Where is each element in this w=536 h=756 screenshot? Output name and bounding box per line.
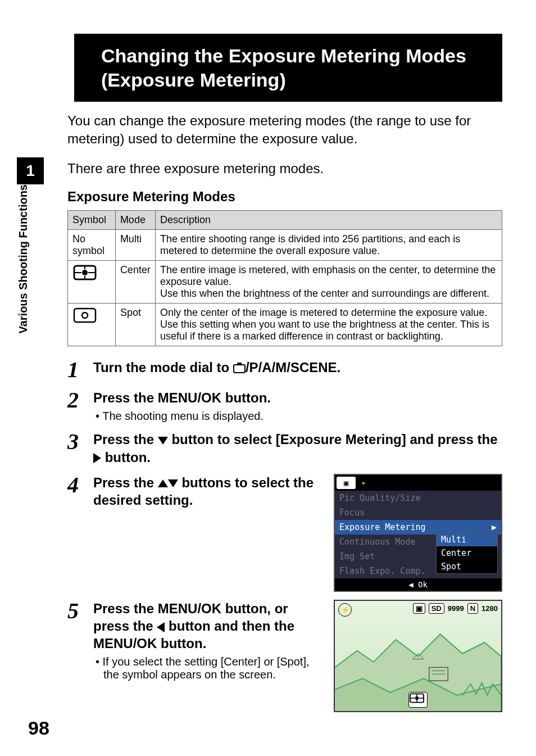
camera-icon	[233, 364, 246, 373]
th-mode: Mode	[115, 211, 155, 230]
step-3: 3 Press the button to select [Exposure M…	[67, 431, 502, 465]
text: /P/A/M/SCENE.	[246, 360, 340, 375]
step-number: 2	[67, 389, 93, 411]
option: Center	[437, 546, 497, 560]
cell-description: The entire image is metered, with emphas…	[155, 261, 502, 304]
cell-symbol	[68, 261, 116, 304]
step-number: 5	[67, 600, 93, 622]
step-1: 1 Turn the mode dial to /P/A/M/SCENE.	[67, 359, 502, 381]
section-number: 1	[17, 157, 44, 184]
camera-tab-icon: ▣	[337, 477, 356, 489]
intro-paragraph-2: There are three exposure metering modes.	[67, 160, 502, 178]
svg-point-14	[415, 696, 419, 700]
menu-footer: ◀ Ok	[335, 578, 501, 591]
page-number: 98	[28, 717, 49, 739]
preview-screenshot: ⚡ ▣ SD 9999 N 1280	[334, 600, 502, 712]
text: button.	[101, 450, 151, 465]
left-triangle-icon	[157, 622, 165, 632]
step-title: Press the MENU/OK button.	[93, 389, 502, 406]
right-triangle-icon	[93, 453, 101, 463]
step-sub: The shooting menu is displayed.	[93, 410, 502, 423]
center-metering-icon	[72, 264, 97, 281]
section-label: Various Shooting Functions	[17, 184, 44, 341]
text: Turn the mode dial to	[93, 360, 233, 375]
step-number: 1	[67, 359, 93, 381]
svg-point-8	[82, 313, 88, 318]
left-caret-icon: ◀	[408, 580, 418, 589]
cell-symbol	[68, 304, 116, 346]
text: Press the	[93, 432, 158, 447]
cell-description: The entire shooting range is divided int…	[155, 230, 502, 261]
step-title: Press the button to select [Exposure Met…	[93, 431, 502, 465]
cell-description: Only the center of the image is metered …	[155, 304, 502, 346]
step-title: Turn the mode dial to /P/A/M/SCENE.	[93, 359, 502, 376]
text: Press the	[93, 475, 158, 490]
step-number: 3	[67, 431, 93, 453]
menu-tabs: ▣ ✦	[335, 475, 501, 491]
menu-item-label: Exposure Metering	[339, 522, 426, 532]
svg-point-2	[82, 270, 88, 275]
menu-item: Pic Quality/Size	[335, 491, 501, 505]
cell-mode: Multi	[115, 230, 155, 261]
metering-modes-table: Symbol Mode Description No symbol Multi …	[67, 210, 502, 346]
down-triangle-icon	[158, 437, 168, 445]
cell-mode: Center	[115, 261, 155, 304]
text: button to select [Exposure Metering] and…	[168, 432, 498, 447]
menu-screenshot: ▣ ✦ Pic Quality/Size Focus Exposure Mete…	[334, 474, 502, 592]
menu-item: Focus	[335, 505, 501, 520]
step-number: 4	[67, 474, 93, 496]
step-sub: If you select the setting [Center] or [S…	[93, 655, 324, 681]
setup-tab-icon: ✦	[361, 477, 366, 488]
sub-heading: Exposure Metering Modes	[67, 189, 502, 205]
table-row: Center The entire image is metered, with…	[68, 261, 502, 304]
right-caret-icon: ▶	[492, 522, 497, 532]
metering-mode-indicator-icon	[408, 692, 428, 708]
spot-metering-icon	[72, 307, 97, 324]
step-5: 5 Press the MENU/OK button, or press the…	[67, 600, 502, 712]
option-selected: Multi	[437, 533, 497, 546]
option: Spot	[437, 560, 497, 573]
th-description: Description	[155, 211, 502, 230]
table-row: Spot Only the center of the image is met…	[68, 304, 502, 346]
th-symbol: Symbol	[68, 211, 116, 230]
footer-label: Ok	[418, 580, 428, 589]
table-row: No symbol Multi The entire shooting rang…	[68, 230, 502, 261]
svg-rect-7	[74, 309, 96, 322]
intro-paragraph-1: You can change the exposure metering mod…	[67, 112, 502, 148]
step-title: Press the MENU/OK button, or press the b…	[93, 600, 324, 653]
step-title: Press the buttons to select the desired …	[93, 474, 324, 509]
cell-mode: Spot	[115, 304, 155, 346]
down-triangle-icon	[168, 479, 178, 487]
page-title: Changing the Exposure Metering Modes (Ex…	[67, 34, 502, 102]
step-2: 2 Press the MENU/OK button. The shooting…	[67, 389, 502, 423]
options-popup: Multi Center Spot	[436, 532, 498, 574]
cell-symbol: No symbol	[68, 230, 116, 261]
up-triangle-icon	[158, 479, 168, 487]
step-4: 4 Press the buttons to select the desire…	[67, 474, 502, 592]
side-tab: 1 Various Shooting Functions	[17, 157, 44, 393]
